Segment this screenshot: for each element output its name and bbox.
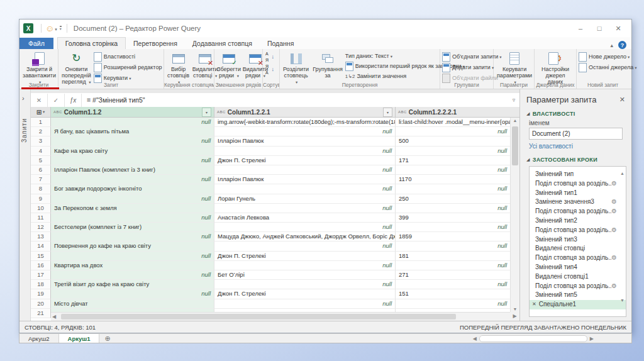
column-header[interactable]: ABCColumn1.2.2.2.1 bbox=[396, 107, 519, 118]
table-cell[interactable]: Ілларіон Павлюк bbox=[214, 175, 396, 184]
table-cell[interactable]: null bbox=[51, 289, 214, 299]
vertical-scroll-thumb[interactable] bbox=[512, 126, 518, 165]
vertical-scrollbar[interactable]: ▲ ▼ bbox=[510, 118, 519, 312]
properties-button[interactable]: Властивості bbox=[94, 52, 162, 62]
step-settings-gear-icon[interactable]: ⚙ bbox=[611, 282, 617, 291]
refresh-preview-button[interactable]: ↻ Оновити попередній перегляд ▾ bbox=[60, 51, 92, 86]
new-sheet-button[interactable]: ⊕ bbox=[99, 334, 115, 343]
excel-horizontal-scrollbar[interactable]: ◀ ▶ bbox=[473, 334, 631, 343]
tab-add-column[interactable]: Додавання стовпця bbox=[185, 38, 260, 49]
help-button[interactable]: ? bbox=[618, 41, 626, 49]
table-cell[interactable]: 500 bbox=[396, 136, 510, 146]
maximize-button[interactable]: □ bbox=[590, 25, 609, 33]
row-number[interactable]: 20 bbox=[31, 299, 51, 309]
table-cell[interactable]: null bbox=[396, 242, 510, 251]
table-cell[interactable]: null bbox=[396, 280, 510, 289]
applied-step[interactable]: Змінений тип2 bbox=[530, 216, 626, 226]
table-cell[interactable]: null bbox=[396, 299, 510, 309]
applied-step[interactable]: Поділ стовпця за розділь...⚙ bbox=[530, 253, 626, 263]
table-cell[interactable]: null bbox=[51, 213, 214, 223]
formula-input[interactable]: = #"Змінений тип5" bbox=[82, 96, 508, 104]
row-number[interactable]: 18 bbox=[31, 280, 51, 289]
smiley-dropdown-icon[interactable]: ▾ bbox=[55, 27, 57, 32]
table-cell[interactable]: null bbox=[396, 127, 510, 136]
recent-sources-button[interactable]: Останні джерела▾ bbox=[579, 63, 636, 72]
applied-step[interactable]: Видалені стовпці1 bbox=[530, 272, 626, 282]
sheet-tab-active[interactable]: Аркуш1 bbox=[59, 334, 100, 343]
applied-step[interactable]: Змінений тип1 bbox=[530, 189, 626, 198]
table-cell[interactable]: Третій візит до кафе на краю світу bbox=[51, 280, 214, 289]
table-cell[interactable]: 181 bbox=[396, 252, 510, 261]
data-source-settings-button[interactable]: ⚙ Настройки джерел даних bbox=[536, 51, 574, 86]
table-cell[interactable]: Я бачу, вас цікавить пітьма bbox=[51, 127, 214, 136]
delete-step-icon[interactable]: ✕ bbox=[532, 300, 536, 309]
applied-step[interactable]: Змінений тип5 bbox=[530, 291, 626, 300]
applied-step[interactable]: Поділ стовпця за розділь...⚙ bbox=[530, 179, 626, 189]
group-by-button[interactable]: Групування за bbox=[311, 51, 344, 79]
table-cell[interactable]: Джон П. Стрелекі bbox=[214, 252, 396, 261]
table-cell[interactable]: Анастасія Левкова bbox=[214, 213, 396, 223]
table-cell[interactable]: 151 bbox=[396, 289, 510, 299]
scroll-right-icon[interactable]: ▶ bbox=[590, 336, 594, 342]
choose-columns-button[interactable]: Вибір стовпців ▾ bbox=[166, 51, 191, 86]
steps-scroll-down-icon[interactable]: ▼ bbox=[620, 298, 625, 303]
horizontal-scrollbar[interactable]: ◀ bbox=[51, 312, 510, 321]
scroll-up-icon[interactable]: ▲ bbox=[511, 118, 519, 123]
table-cell[interactable]: null bbox=[214, 165, 396, 175]
table-cell[interactable]: null bbox=[214, 299, 396, 309]
table-cell[interactable]: null bbox=[396, 184, 510, 194]
table-cell[interactable]: 399 bbox=[396, 213, 510, 223]
table-cell[interactable]: Мацуда Джюко, Анджей Сапковський, Джордж… bbox=[214, 232, 396, 242]
keep-rows-button[interactable]: ✓ Зберегти рядки ▾ bbox=[216, 51, 242, 80]
row-number[interactable]: 13 bbox=[31, 232, 51, 242]
table-cell[interactable]: null bbox=[214, 204, 396, 213]
row-number[interactable]: 11 bbox=[31, 213, 51, 223]
tab-view[interactable]: Подання bbox=[260, 38, 301, 49]
table-cell[interactable]: null bbox=[214, 127, 396, 136]
sheet-tab[interactable]: Аркуш2 bbox=[19, 334, 59, 343]
filter-dropdown-icon[interactable]: ▾ bbox=[202, 108, 211, 117]
table-cell[interactable]: 250 bbox=[396, 194, 510, 204]
table-cell[interactable]: Ілларіон Павлюк bbox=[214, 136, 396, 146]
row-number[interactable]: 3 bbox=[31, 136, 51, 146]
step-settings-gear-icon[interactable]: ⚙ bbox=[611, 179, 617, 189]
column-header[interactable]: ABCColumn1.2.2.1▾ bbox=[214, 107, 396, 118]
applied-step[interactable]: Змінений тип4 bbox=[530, 263, 626, 272]
step-settings-gear-icon[interactable]: ⚙ bbox=[611, 253, 617, 263]
sort-descending-button[interactable]: ЯА↓ bbox=[265, 65, 274, 74]
applied-step[interactable]: ✕Спеціальне1 bbox=[530, 300, 626, 309]
applied-step[interactable]: Поділ стовпця за розділь...⚙ bbox=[530, 207, 626, 216]
table-cell[interactable]: null bbox=[396, 204, 510, 213]
horizontal-scroll-thumb[interactable] bbox=[61, 314, 456, 319]
row-number[interactable]: 5 bbox=[31, 156, 51, 165]
table-cell[interactable]: null bbox=[214, 184, 396, 194]
filter-dropdown-icon[interactable]: ▾ bbox=[383, 108, 392, 117]
table-cell[interactable]: Лоран Гунель bbox=[214, 194, 396, 204]
collapse-ribbon-icon[interactable]: ▴ bbox=[610, 42, 613, 48]
step-settings-gear-icon[interactable]: ⚙ bbox=[611, 226, 617, 235]
scroll-right-icon[interactable]: ▶ bbox=[510, 312, 519, 321]
tab-file[interactable]: Файл bbox=[19, 38, 53, 49]
table-cell[interactable]: null bbox=[396, 147, 510, 156]
table-cell[interactable]: li:last-child:hover .modal__menu-inner{o… bbox=[396, 118, 510, 127]
expand-queries-pane-button[interactable]: › bbox=[22, 94, 25, 102]
applied-step[interactable]: Замінене значення3⚙ bbox=[530, 197, 626, 207]
manage-parameters-button[interactable]: Керувати параметрами ▾ bbox=[496, 51, 533, 86]
section-expand-icon[interactable]: ◢ bbox=[526, 157, 530, 162]
formula-expand-button[interactable]: ▿ bbox=[508, 97, 519, 103]
new-source-button[interactable]: Нове джерело▾ bbox=[579, 52, 636, 62]
row-number[interactable]: 16 bbox=[31, 261, 51, 270]
step-settings-gear-icon[interactable]: ⚙ bbox=[611, 207, 617, 216]
table-cell[interactable]: Повернення до кафе на краю світу bbox=[51, 242, 214, 251]
column-header[interactable]: ABCColumn1.1.2▾ bbox=[51, 107, 214, 118]
table-cell[interactable]: За Перекопом є земля bbox=[51, 204, 214, 213]
table-cell[interactable]: null bbox=[214, 280, 396, 289]
applied-step[interactable]: Поділ стовпця за розділь...⚙ bbox=[530, 226, 626, 235]
scroll-left-icon[interactable]: ◀ bbox=[52, 313, 56, 321]
tab-home[interactable]: Головна сторінка bbox=[57, 37, 126, 49]
queries-pane-label[interactable]: Запити bbox=[21, 118, 28, 143]
panel-close-button[interactable]: ✕ bbox=[619, 96, 625, 104]
table-cell[interactable]: Бестселери (комплект із 7 книг) bbox=[51, 223, 214, 232]
row-number[interactable]: 14 bbox=[31, 242, 51, 251]
table-cell[interactable]: Місто дівчат bbox=[51, 299, 214, 309]
